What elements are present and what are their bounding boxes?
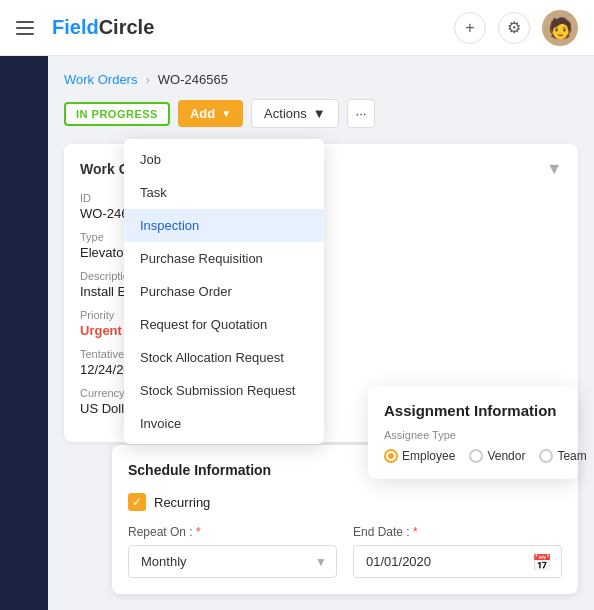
- radio-team[interactable]: Team: [539, 449, 586, 463]
- schedule-form-row: Repeat On : * Monthly Weekly Daily Yearl…: [128, 525, 562, 578]
- calendar-icon[interactable]: 📅: [532, 552, 552, 571]
- dropdown-item-invoice[interactable]: Invoice: [124, 407, 324, 440]
- card-chevron-icon[interactable]: ▼: [546, 160, 562, 178]
- recurring-checkbox[interactable]: ✓: [128, 493, 146, 511]
- add-chevron-icon: ▼: [221, 108, 231, 119]
- end-date-field: End Date : * 📅: [353, 525, 562, 578]
- hamburger-icon[interactable]: [16, 16, 40, 40]
- breadcrumb-separator: ›: [145, 72, 149, 87]
- dropdown-item-purchase-requisition[interactable]: Purchase Requisition: [124, 242, 324, 275]
- radio-vendor[interactable]: Vendor: [469, 449, 525, 463]
- recurring-label: Recurring: [154, 495, 210, 510]
- repeat-on-label: Repeat On : *: [128, 525, 337, 539]
- radio-circle-team: [539, 449, 553, 463]
- main-content: Work Orders › WO-246565 IN PROGRESS Add …: [0, 56, 594, 610]
- page-content: Work Orders › WO-246565 IN PROGRESS Add …: [48, 56, 594, 610]
- actions-chevron-icon: ▼: [313, 106, 326, 121]
- dropdown-item-job[interactable]: Job: [124, 143, 324, 176]
- repeat-on-select[interactable]: Monthly Weekly Daily Yearly: [128, 545, 337, 578]
- actions-button[interactable]: Actions ▼: [251, 99, 339, 128]
- breadcrumb-parent[interactable]: Work Orders: [64, 72, 137, 87]
- toolbar: IN PROGRESS Add ▼ Actions ▼ ··· Job Task…: [64, 99, 578, 128]
- avatar[interactable]: 🧑: [542, 10, 578, 46]
- end-date-input[interactable]: [353, 545, 562, 578]
- assignee-type-label: Assignee Type: [384, 429, 562, 441]
- radio-circle-employee: [384, 449, 398, 463]
- app-logo: FieldCircle: [52, 16, 442, 39]
- status-badge: IN PROGRESS: [64, 102, 170, 126]
- dropdown-item-purchase-order[interactable]: Purchase Order: [124, 275, 324, 308]
- schedule-title: Schedule Information: [128, 462, 271, 478]
- add-nav-button[interactable]: +: [454, 12, 486, 44]
- dropdown-item-stock-allocation[interactable]: Stock Allocation Request: [124, 341, 324, 374]
- breadcrumb-current: WO-246565: [158, 72, 228, 87]
- radio-circle-vendor: [469, 449, 483, 463]
- sidebar: [0, 56, 48, 610]
- recurring-row: ✓ Recurring: [128, 493, 562, 511]
- settings-nav-button[interactable]: ⚙: [498, 12, 530, 44]
- end-date-input-wrapper: 📅: [353, 545, 562, 578]
- repeat-on-field: Repeat On : * Monthly Weekly Daily Yearl…: [128, 525, 337, 578]
- dropdown-item-stock-submission[interactable]: Stock Submission Request: [124, 374, 324, 407]
- add-button[interactable]: Add ▼: [178, 100, 243, 127]
- nav-actions: + ⚙ 🧑: [454, 10, 578, 46]
- assignment-title: Assignment Information: [384, 402, 562, 419]
- add-dropdown-menu: Job Task Inspection Purchase Requisition…: [124, 139, 324, 444]
- repeat-on-select-wrapper: Monthly Weekly Daily Yearly ▼: [128, 545, 337, 578]
- dropdown-item-rfq[interactable]: Request for Quotation: [124, 308, 324, 341]
- dropdown-item-inspection[interactable]: Inspection: [124, 209, 324, 242]
- breadcrumb: Work Orders › WO-246565: [64, 72, 578, 87]
- radio-employee[interactable]: Employee: [384, 449, 455, 463]
- dropdown-item-task[interactable]: Task: [124, 176, 324, 209]
- assignee-type-radio-group: Employee Vendor Team: [384, 449, 562, 463]
- assignment-panel: Assignment Information Assignee Type Emp…: [368, 386, 578, 479]
- end-date-label: End Date : *: [353, 525, 562, 539]
- top-nav: FieldCircle + ⚙ 🧑: [0, 0, 594, 56]
- app-container: FieldCircle + ⚙ 🧑 Work Orders › WO-24656…: [0, 0, 594, 610]
- more-button[interactable]: ···: [347, 99, 376, 128]
